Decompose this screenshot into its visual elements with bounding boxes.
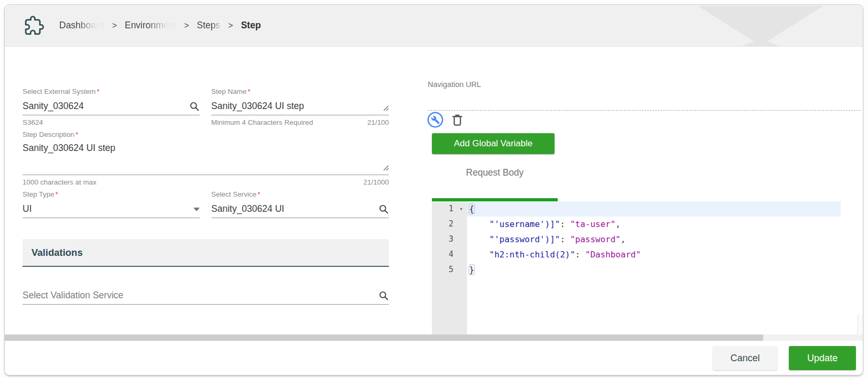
editor-gutter: 1▾2345 [432,201,467,334]
navigation-url-divider [428,110,861,111]
resize-handle-icon[interactable] [382,104,389,113]
header-decoration [698,5,823,46]
gutter-line-5: 5 [432,262,467,277]
code-line-5[interactable]: } [467,262,841,277]
step-name-field: Step Name* Sanity_030624 UI step Minimum… [211,88,389,126]
external-system-value: Sanity_030624 [23,101,189,112]
select-service-value: Sanity_030624 UI [211,203,378,214]
footer-action-bar: Cancel Update [5,341,863,375]
navigation-url-label: Navigation URL [428,80,481,89]
code-line-1[interactable]: { [467,201,841,217]
step-description-counter: 21/1000 [363,178,389,186]
code-line-4[interactable]: "h2:nth-child(2)": "Dashboard" [467,247,841,262]
search-icon[interactable] [189,101,200,112]
select-service-input[interactable]: Sanity_030624 UI [211,198,389,218]
horizontal-scrollbar[interactable] [5,334,863,341]
validation-service-input[interactable]: Select Validation Service [23,285,389,305]
breadcrumb-item-dashboard[interactable]: Dashboard [59,20,104,31]
header: Dashboard > Environment > Steps > Step [5,5,863,47]
vertical-scrollbar[interactable] [858,315,863,334]
update-button[interactable]: Update [789,346,856,370]
step-type-select[interactable]: UI [23,198,200,218]
resize-handle-icon[interactable] [382,164,389,173]
breadcrumb-item-step-current: Step [241,20,261,31]
code-line-2[interactable]: "'username')]": "ta-user", [467,217,841,232]
step-name-counter: 21/100 [367,118,389,126]
validation-service-field: Select Validation Service [23,285,389,305]
horizontal-scrollbar-thumb[interactable] [5,334,763,341]
search-icon[interactable] [378,204,389,214]
puzzle-icon [24,16,44,36]
breadcrumb-separator: > [112,21,117,30]
cancel-button[interactable]: Cancel [713,346,777,370]
external-system-label: Select External System* [23,88,200,95]
validations-section-header: Validations [23,239,389,267]
step-description-field: Step Description* Sanity_030624 UI step … [23,131,389,186]
gutter-line-1: 1▾ [432,201,467,217]
fold-arrow-icon[interactable]: ▾ [459,201,463,217]
add-global-variable-button[interactable]: Add Global Variable [432,133,555,154]
step-type-label: Step Type* [23,190,200,198]
step-name-helper: Minimum 4 Characters Required [211,118,313,126]
external-system-helper: S3624 [23,118,43,126]
step-description-input[interactable]: Sanity_030624 UI step [23,138,389,175]
step-type-value: UI [23,203,193,214]
external-system-field: Select External System* Sanity_030624 S3… [23,88,200,126]
editor-code-area[interactable]: { "'username')]": "ta-user", "'password'… [467,201,841,334]
delete-icon[interactable] [450,113,464,127]
step-edit-window: Dashboard > Environment > Steps > Step S… [4,4,863,375]
breadcrumb-item-steps[interactable]: Steps [197,20,221,31]
gutter-line-4: 4 [432,247,467,262]
breadcrumb: Dashboard > Environment > Steps > Step [24,5,261,46]
code-line-3[interactable]: "'password')]": "password", [467,232,841,247]
build-circle-icon[interactable] [427,112,443,128]
navigation-url-toolbar [427,112,464,128]
request-body-tab-label: Request Body [432,167,558,178]
search-icon[interactable] [378,290,389,301]
validation-service-placeholder: Select Validation Service [23,290,378,301]
breadcrumb-separator: > [228,21,233,30]
gutter-line-2: 2 [432,217,467,232]
validations-title: Validations [31,247,83,258]
step-name-label: Step Name* [211,88,389,95]
request-body-editor[interactable]: 1▾2345 { "'username')]": "ta-user", "'pa… [432,201,841,334]
step-name-value: Sanity_030624 UI step [211,101,389,112]
step-description-helper: 1000 characters at max [23,178,96,186]
gutter-line-3: 3 [432,232,467,247]
chevron-down-icon[interactable] [193,208,200,211]
external-system-input[interactable]: Sanity_030624 [23,95,200,115]
step-description-value: Sanity_030624 UI step [23,143,389,154]
step-description-label: Step Description* [23,131,389,138]
select-service-field: Select Service* Sanity_030624 UI [211,190,389,218]
breadcrumb-item-environment[interactable]: Environment [125,20,176,31]
request-body-tab[interactable]: Request Body [432,163,558,201]
step-name-input[interactable]: Sanity_030624 UI step [211,95,389,115]
select-service-label: Select Service* [211,190,389,198]
breadcrumb-separator: > [184,21,189,30]
step-type-field: Step Type* UI [23,190,200,218]
